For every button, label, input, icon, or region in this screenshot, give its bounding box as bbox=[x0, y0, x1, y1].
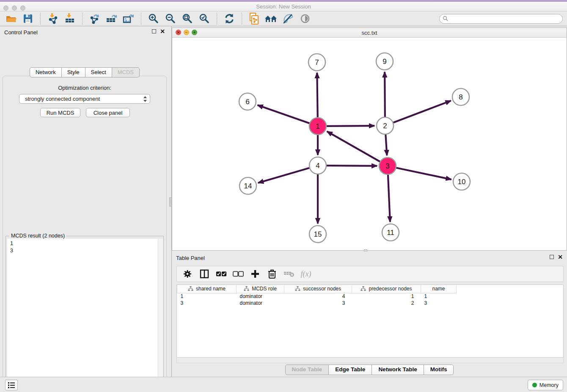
network-window-titlebar[interactable]: ✕ − + scc.txt bbox=[172, 28, 567, 38]
table-cell[interactable]: dominator bbox=[237, 300, 284, 306]
table-cell[interactable]: dominator bbox=[237, 293, 284, 300]
float-table-panel-icon[interactable] bbox=[550, 255, 554, 259]
search-icon bbox=[442, 15, 449, 22]
graph-node-8[interactable]: 8 bbox=[452, 88, 469, 105]
tab-network-table[interactable]: Network Table bbox=[372, 364, 424, 375]
delete-table-button[interactable] bbox=[284, 268, 295, 279]
column-header-label: name bbox=[432, 286, 445, 292]
table-row[interactable]: 1dominator411 bbox=[177, 293, 564, 300]
search-area bbox=[439, 14, 563, 24]
graph-node-6[interactable]: 6 bbox=[239, 93, 256, 110]
close-network-button[interactable]: ✕ bbox=[176, 30, 181, 35]
tab-style[interactable]: Style bbox=[62, 67, 85, 77]
save-session-button[interactable] bbox=[21, 12, 35, 25]
close-panel-button[interactable]: Close panel bbox=[86, 108, 130, 117]
export-network-button[interactable] bbox=[88, 12, 102, 25]
edge-1-7[interactable] bbox=[317, 73, 317, 118]
graph-node-14[interactable]: 14 bbox=[239, 177, 256, 194]
graph-node-1[interactable]: 1 bbox=[309, 118, 326, 135]
delete-column-button[interactable] bbox=[267, 268, 278, 279]
close-window-button[interactable] bbox=[3, 6, 8, 11]
edge-4-14[interactable] bbox=[258, 168, 310, 183]
table-cell[interactable]: 1 bbox=[177, 293, 237, 300]
graph-node-11[interactable]: 11 bbox=[382, 224, 399, 241]
select-all-button[interactable] bbox=[216, 268, 227, 279]
table-cell[interactable]: 3 bbox=[284, 300, 352, 306]
table-cell[interactable]: 3 bbox=[421, 300, 457, 306]
minimize-network-button[interactable]: − bbox=[184, 30, 189, 35]
table-cell[interactable]: 1 bbox=[352, 293, 421, 300]
edge-2-3[interactable] bbox=[385, 134, 387, 155]
column-header-shared-name[interactable]: shared name bbox=[177, 285, 237, 293]
tab-network[interactable]: Network bbox=[30, 67, 62, 77]
add-column-button[interactable] bbox=[250, 268, 261, 279]
graph-node-3[interactable]: 3 bbox=[379, 157, 396, 174]
tab-edge-table[interactable]: Edge Table bbox=[329, 364, 372, 375]
zoom-selected-button[interactable] bbox=[198, 12, 211, 25]
show-hide-button[interactable] bbox=[298, 12, 312, 25]
import-network-button[interactable] bbox=[46, 12, 60, 25]
export-image-button[interactable] bbox=[122, 12, 135, 25]
table-cell[interactable]: 4 bbox=[284, 293, 352, 300]
close-table-panel-icon[interactable]: ✕ bbox=[558, 255, 563, 259]
minimize-window-button[interactable] bbox=[12, 6, 17, 11]
show-columns-button[interactable] bbox=[199, 268, 210, 279]
mcds-result-list: 13 bbox=[7, 239, 158, 392]
edge-2-9[interactable] bbox=[385, 72, 385, 118]
zoom-in-button[interactable] bbox=[147, 12, 160, 25]
table-header-row: shared nameMCDS rolesuccessor nodesprede… bbox=[177, 285, 564, 293]
column-header-successor-nodes[interactable]: successor nodes bbox=[284, 285, 352, 293]
edge-3-11[interactable] bbox=[388, 174, 390, 222]
table-row[interactable]: 3dominator323 bbox=[177, 300, 564, 306]
graph-node-10[interactable]: 10 bbox=[453, 173, 470, 190]
table-cell[interactable]: 1 bbox=[421, 293, 457, 300]
zoom-out-button[interactable] bbox=[164, 12, 177, 25]
edge-2-8[interactable] bbox=[393, 101, 451, 123]
graph-node-4[interactable]: 4 bbox=[309, 157, 326, 174]
function-builder-button[interactable]: f(x) bbox=[300, 268, 311, 279]
tab-select[interactable]: Select bbox=[85, 67, 112, 77]
graph-node-9[interactable]: 9 bbox=[376, 53, 393, 70]
first-neighbors-button[interactable] bbox=[264, 12, 278, 25]
optimization-criterion-select[interactable]: strongly connected component bbox=[19, 94, 150, 104]
task-history-button[interactable] bbox=[5, 380, 18, 390]
refresh-layout-button[interactable] bbox=[223, 12, 236, 25]
search-input[interactable] bbox=[449, 15, 562, 22]
toolbar-separator bbox=[141, 13, 141, 25]
column-header-predecessor-nodes[interactable]: predecessor nodes bbox=[352, 285, 421, 293]
tab-node-table[interactable]: Node Table bbox=[285, 364, 329, 375]
result-scrollbar[interactable] bbox=[158, 239, 163, 392]
table-cell[interactable]: 3 bbox=[177, 300, 237, 306]
column-header-mcds-role[interactable]: MCDS role bbox=[237, 285, 284, 293]
tab-motifs[interactable]: Motifs bbox=[424, 364, 454, 375]
network-canvas[interactable]: 1234678910111415 bbox=[172, 38, 567, 250]
clone-network-button[interactable] bbox=[248, 12, 261, 25]
zoom-fit-button[interactable] bbox=[181, 12, 194, 25]
deselect-all-button[interactable] bbox=[233, 268, 244, 279]
close-panel-icon[interactable]: ✕ bbox=[160, 29, 165, 33]
edge-3-10[interactable] bbox=[396, 168, 451, 179]
table-settings-button[interactable] bbox=[182, 268, 193, 279]
float-panel-icon[interactable] bbox=[152, 29, 156, 33]
table-cell[interactable]: 2 bbox=[352, 300, 421, 306]
export-table-button[interactable] bbox=[105, 12, 118, 25]
column-header-name[interactable]: name bbox=[421, 285, 457, 293]
edge-4-3[interactable] bbox=[326, 166, 377, 166]
edge-1-2[interactable] bbox=[326, 126, 374, 126]
run-mcds-button[interactable]: Run MCDS bbox=[40, 108, 80, 117]
zoom-window-button[interactable] bbox=[20, 6, 25, 11]
memory-button[interactable]: Memory bbox=[528, 380, 563, 390]
edge-1-6[interactable] bbox=[258, 105, 310, 123]
open-file-button[interactable] bbox=[4, 12, 18, 25]
apply-style-button[interactable] bbox=[281, 12, 295, 25]
graph-node-7[interactable]: 7 bbox=[308, 54, 325, 71]
node-table[interactable]: shared nameMCDS rolesuccessor nodesprede… bbox=[176, 284, 564, 358]
optimization-criterion-label: Optimization criterion: bbox=[3, 85, 166, 91]
tab-mcds[interactable]: MCDS bbox=[112, 67, 140, 77]
graph-node-2[interactable]: 2 bbox=[377, 117, 394, 134]
table-scrollbar[interactable] bbox=[176, 358, 564, 363]
maximize-network-button[interactable]: + bbox=[192, 30, 197, 35]
graph-node-15[interactable]: 15 bbox=[309, 226, 326, 243]
import-table-button[interactable] bbox=[63, 12, 77, 25]
edge-3-1[interactable] bbox=[327, 131, 381, 162]
